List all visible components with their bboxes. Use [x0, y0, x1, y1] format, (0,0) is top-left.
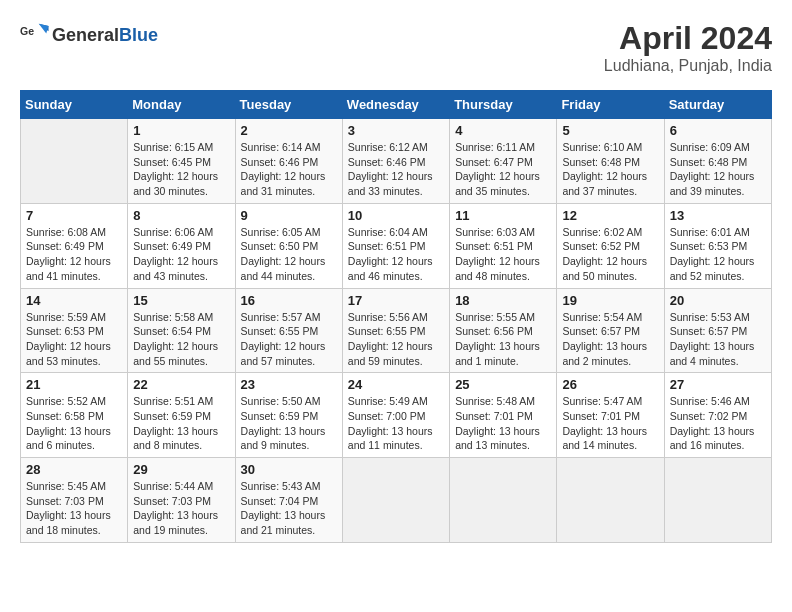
day-number: 6 [670, 123, 766, 138]
day-info: Sunrise: 6:15 AM Sunset: 6:45 PM Dayligh… [133, 140, 229, 199]
table-row: 25Sunrise: 5:48 AM Sunset: 7:01 PM Dayli… [450, 373, 557, 458]
table-row: 17Sunrise: 5:56 AM Sunset: 6:55 PM Dayli… [342, 288, 449, 373]
day-info: Sunrise: 6:02 AM Sunset: 6:52 PM Dayligh… [562, 225, 658, 284]
col-saturday: Saturday [664, 91, 771, 119]
day-info: Sunrise: 5:45 AM Sunset: 7:03 PM Dayligh… [26, 479, 122, 538]
day-number: 15 [133, 293, 229, 308]
col-friday: Friday [557, 91, 664, 119]
day-info: Sunrise: 6:01 AM Sunset: 6:53 PM Dayligh… [670, 225, 766, 284]
calendar-header-row: Sunday Monday Tuesday Wednesday Thursday… [21, 91, 772, 119]
table-row: 13Sunrise: 6:01 AM Sunset: 6:53 PM Dayli… [664, 203, 771, 288]
day-number: 11 [455, 208, 551, 223]
col-wednesday: Wednesday [342, 91, 449, 119]
table-row: 15Sunrise: 5:58 AM Sunset: 6:54 PM Dayli… [128, 288, 235, 373]
day-info: Sunrise: 5:46 AM Sunset: 7:02 PM Dayligh… [670, 394, 766, 453]
table-row: 16Sunrise: 5:57 AM Sunset: 6:55 PM Dayli… [235, 288, 342, 373]
day-number: 17 [348, 293, 444, 308]
day-info: Sunrise: 5:57 AM Sunset: 6:55 PM Dayligh… [241, 310, 337, 369]
table-row: 4Sunrise: 6:11 AM Sunset: 6:47 PM Daylig… [450, 119, 557, 204]
day-number: 16 [241, 293, 337, 308]
day-number: 19 [562, 293, 658, 308]
table-row [664, 458, 771, 543]
col-monday: Monday [128, 91, 235, 119]
day-number: 23 [241, 377, 337, 392]
day-info: Sunrise: 5:52 AM Sunset: 6:58 PM Dayligh… [26, 394, 122, 453]
day-number: 7 [26, 208, 122, 223]
calendar-week-row: 1Sunrise: 6:15 AM Sunset: 6:45 PM Daylig… [21, 119, 772, 204]
day-info: Sunrise: 5:58 AM Sunset: 6:54 PM Dayligh… [133, 310, 229, 369]
day-info: Sunrise: 5:54 AM Sunset: 6:57 PM Dayligh… [562, 310, 658, 369]
day-number: 27 [670, 377, 766, 392]
svg-marker-2 [39, 24, 49, 34]
table-row: 5Sunrise: 6:10 AM Sunset: 6:48 PM Daylig… [557, 119, 664, 204]
table-row: 19Sunrise: 5:54 AM Sunset: 6:57 PM Dayli… [557, 288, 664, 373]
table-row: 27Sunrise: 5:46 AM Sunset: 7:02 PM Dayli… [664, 373, 771, 458]
table-row: 30Sunrise: 5:43 AM Sunset: 7:04 PM Dayli… [235, 458, 342, 543]
day-info: Sunrise: 6:11 AM Sunset: 6:47 PM Dayligh… [455, 140, 551, 199]
day-info: Sunrise: 6:09 AM Sunset: 6:48 PM Dayligh… [670, 140, 766, 199]
table-row: 29Sunrise: 5:44 AM Sunset: 7:03 PM Dayli… [128, 458, 235, 543]
table-row: 26Sunrise: 5:47 AM Sunset: 7:01 PM Dayli… [557, 373, 664, 458]
day-info: Sunrise: 6:14 AM Sunset: 6:46 PM Dayligh… [241, 140, 337, 199]
day-info: Sunrise: 5:44 AM Sunset: 7:03 PM Dayligh… [133, 479, 229, 538]
table-row: 11Sunrise: 6:03 AM Sunset: 6:51 PM Dayli… [450, 203, 557, 288]
day-number: 13 [670, 208, 766, 223]
day-info: Sunrise: 6:04 AM Sunset: 6:51 PM Dayligh… [348, 225, 444, 284]
day-info: Sunrise: 6:08 AM Sunset: 6:49 PM Dayligh… [26, 225, 122, 284]
day-info: Sunrise: 6:12 AM Sunset: 6:46 PM Dayligh… [348, 140, 444, 199]
day-info: Sunrise: 5:56 AM Sunset: 6:55 PM Dayligh… [348, 310, 444, 369]
day-info: Sunrise: 6:10 AM Sunset: 6:48 PM Dayligh… [562, 140, 658, 199]
table-row [557, 458, 664, 543]
day-info: Sunrise: 5:50 AM Sunset: 6:59 PM Dayligh… [241, 394, 337, 453]
day-number: 2 [241, 123, 337, 138]
day-number: 5 [562, 123, 658, 138]
svg-text:Ge: Ge [20, 25, 34, 37]
table-row: 8Sunrise: 6:06 AM Sunset: 6:49 PM Daylig… [128, 203, 235, 288]
day-info: Sunrise: 5:49 AM Sunset: 7:00 PM Dayligh… [348, 394, 444, 453]
day-number: 1 [133, 123, 229, 138]
col-sunday: Sunday [21, 91, 128, 119]
day-info: Sunrise: 5:47 AM Sunset: 7:01 PM Dayligh… [562, 394, 658, 453]
day-info: Sunrise: 5:59 AM Sunset: 6:53 PM Dayligh… [26, 310, 122, 369]
col-thursday: Thursday [450, 91, 557, 119]
day-number: 4 [455, 123, 551, 138]
day-number: 12 [562, 208, 658, 223]
day-info: Sunrise: 5:53 AM Sunset: 6:57 PM Dayligh… [670, 310, 766, 369]
table-row: 6Sunrise: 6:09 AM Sunset: 6:48 PM Daylig… [664, 119, 771, 204]
table-row: 21Sunrise: 5:52 AM Sunset: 6:58 PM Dayli… [21, 373, 128, 458]
day-info: Sunrise: 5:55 AM Sunset: 6:56 PM Dayligh… [455, 310, 551, 369]
location-subtitle: Ludhiana, Punjab, India [604, 57, 772, 75]
day-info: Sunrise: 5:43 AM Sunset: 7:04 PM Dayligh… [241, 479, 337, 538]
calendar-week-row: 21Sunrise: 5:52 AM Sunset: 6:58 PM Dayli… [21, 373, 772, 458]
calendar-week-row: 28Sunrise: 5:45 AM Sunset: 7:03 PM Dayli… [21, 458, 772, 543]
day-number: 8 [133, 208, 229, 223]
table-row: 24Sunrise: 5:49 AM Sunset: 7:00 PM Dayli… [342, 373, 449, 458]
table-row: 22Sunrise: 5:51 AM Sunset: 6:59 PM Dayli… [128, 373, 235, 458]
logo-general: General [52, 25, 119, 45]
day-number: 10 [348, 208, 444, 223]
day-number: 18 [455, 293, 551, 308]
table-row [342, 458, 449, 543]
day-info: Sunrise: 6:05 AM Sunset: 6:50 PM Dayligh… [241, 225, 337, 284]
table-row: 14Sunrise: 5:59 AM Sunset: 6:53 PM Dayli… [21, 288, 128, 373]
table-row: 18Sunrise: 5:55 AM Sunset: 6:56 PM Dayli… [450, 288, 557, 373]
day-number: 26 [562, 377, 658, 392]
table-row [21, 119, 128, 204]
table-row: 3Sunrise: 6:12 AM Sunset: 6:46 PM Daylig… [342, 119, 449, 204]
table-row: 20Sunrise: 5:53 AM Sunset: 6:57 PM Dayli… [664, 288, 771, 373]
table-row: 1Sunrise: 6:15 AM Sunset: 6:45 PM Daylig… [128, 119, 235, 204]
table-row: 2Sunrise: 6:14 AM Sunset: 6:46 PM Daylig… [235, 119, 342, 204]
day-number: 21 [26, 377, 122, 392]
logo-text: GeneralBlue [52, 25, 158, 46]
day-number: 3 [348, 123, 444, 138]
table-row: 23Sunrise: 5:50 AM Sunset: 6:59 PM Dayli… [235, 373, 342, 458]
table-row: 9Sunrise: 6:05 AM Sunset: 6:50 PM Daylig… [235, 203, 342, 288]
calendar-week-row: 7Sunrise: 6:08 AM Sunset: 6:49 PM Daylig… [21, 203, 772, 288]
day-number: 28 [26, 462, 122, 477]
page-header: Ge GeneralBlue April 2024 Ludhiana, Punj… [20, 20, 772, 75]
calendar-week-row: 14Sunrise: 5:59 AM Sunset: 6:53 PM Dayli… [21, 288, 772, 373]
table-row: 7Sunrise: 6:08 AM Sunset: 6:49 PM Daylig… [21, 203, 128, 288]
day-info: Sunrise: 5:51 AM Sunset: 6:59 PM Dayligh… [133, 394, 229, 453]
day-number: 9 [241, 208, 337, 223]
day-number: 25 [455, 377, 551, 392]
